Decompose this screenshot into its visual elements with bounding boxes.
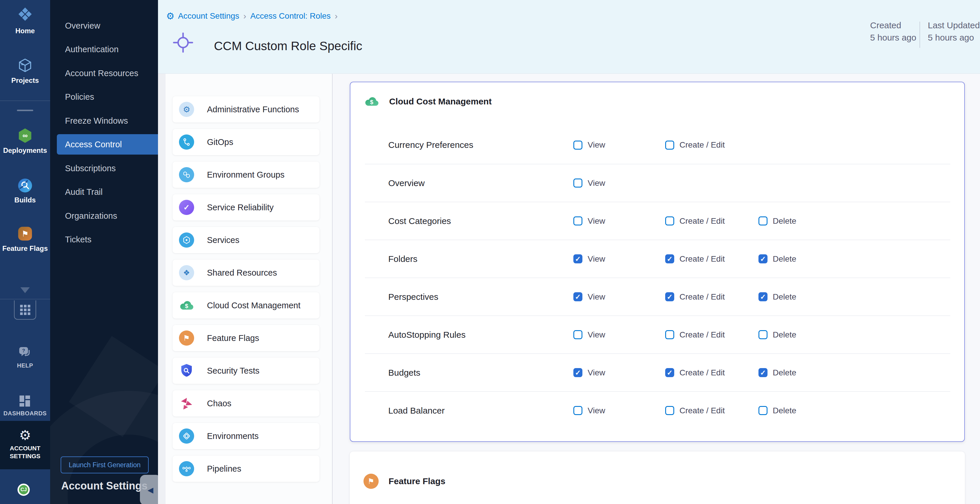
rail-divider bbox=[0, 100, 50, 101]
view-checkbox[interactable] bbox=[573, 217, 582, 225]
delete-checkbox[interactable]: ✓ bbox=[759, 292, 767, 301]
cloud-dollar-icon: $ bbox=[364, 94, 379, 109]
rail-item-projects[interactable]: Projects bbox=[0, 57, 50, 85]
resource-category-gitops[interactable]: GitOps bbox=[173, 129, 320, 155]
permissions-panel-title: Cloud Cost Management bbox=[389, 97, 492, 107]
resource-category-security-tests[interactable]: Security Tests bbox=[173, 357, 320, 384]
delete-checkbox[interactable]: ✓ bbox=[759, 368, 767, 377]
sidebar-item-freeze-windows[interactable]: Freeze Windows bbox=[50, 110, 158, 131]
permission-resource-name: Overview bbox=[388, 178, 425, 188]
sidebar-item-label: Freeze Windows bbox=[65, 116, 128, 126]
rail-item-feature-flags[interactable]: ⚑ Feature Flags bbox=[0, 226, 50, 253]
launch-first-generation-button[interactable]: Launch First Generation bbox=[60, 456, 149, 474]
permission-label: Delete bbox=[773, 292, 796, 301]
view-checkbox[interactable] bbox=[573, 140, 582, 150]
permission-label: View bbox=[588, 368, 605, 377]
permission-label: View bbox=[588, 406, 605, 415]
sidebar-item-overview[interactable]: Overview bbox=[50, 16, 158, 36]
create-edit-checkbox[interactable] bbox=[665, 406, 674, 415]
feature-flags-circle-icon: ⚑ bbox=[363, 474, 379, 489]
create-edit-checkbox[interactable] bbox=[665, 140, 674, 150]
feature-flags-panel: ⚑ Feature Flags bbox=[350, 451, 965, 504]
resource-category-feature-flags[interactable]: ⚑Feature Flags bbox=[173, 325, 320, 351]
permission-label: Create / Edit bbox=[679, 406, 725, 415]
rail-item-help[interactable]: ? HELP bbox=[0, 346, 50, 369]
sidebar-collapse-button[interactable]: ◀ bbox=[140, 475, 158, 504]
view-checkbox[interactable] bbox=[573, 330, 582, 339]
create-edit-checkbox[interactable]: ✓ bbox=[665, 292, 674, 301]
resource-category-administrative-functions[interactable]: ⚙Administrative Functions bbox=[173, 96, 320, 123]
permission-create-edit: ✓Create / Edit bbox=[665, 254, 725, 264]
resource-category-label: Services bbox=[207, 235, 239, 245]
permissions-panel-header: $ Cloud Cost Management bbox=[364, 94, 492, 109]
rail-item-deployments[interactable]: ∞ Deployments bbox=[0, 128, 50, 155]
permission-label: Create / Edit bbox=[679, 217, 725, 226]
delete-checkbox[interactable]: ✓ bbox=[759, 254, 767, 263]
module-rail: ❖ Home Projects ∞ Deployments bbox=[0, 0, 50, 504]
delete-checkbox[interactable] bbox=[759, 330, 767, 339]
sidebar-item-policies[interactable]: Policies bbox=[50, 87, 158, 107]
avatar[interactable]: CJ bbox=[18, 483, 30, 496]
view-checkbox[interactable] bbox=[573, 179, 582, 188]
breadcrumb-access-control-roles[interactable]: Access Control: Roles bbox=[250, 11, 331, 21]
permission-label: View bbox=[588, 217, 605, 226]
permission-resource-name: Budgets bbox=[388, 368, 420, 378]
resource-category-label: Security Tests bbox=[207, 366, 259, 376]
permission-row-cost-categories: Cost CategoriesViewCreate / EditDelete bbox=[365, 202, 950, 240]
delete-checkbox[interactable] bbox=[759, 217, 767, 225]
view-checkbox[interactable]: ✓ bbox=[573, 292, 582, 301]
sidebar-item-access-control[interactable]: Access Control bbox=[57, 134, 158, 155]
meta-divider bbox=[920, 22, 920, 48]
create-edit-checkbox[interactable]: ✓ bbox=[665, 368, 674, 377]
permission-resource-name: AutoStopping Rules bbox=[388, 330, 466, 340]
breadcrumb-account-settings[interactable]: Account Settings bbox=[178, 11, 239, 21]
sidebar-item-subscriptions[interactable]: Subscriptions bbox=[50, 158, 158, 179]
sidebar-item-authentication[interactable]: Authentication bbox=[50, 39, 158, 59]
create-edit-checkbox[interactable] bbox=[665, 330, 674, 339]
rail-item-dashboards[interactable]: DASHBOARDS bbox=[0, 394, 50, 417]
svg-text:?: ? bbox=[22, 348, 25, 354]
check-icon: ✓ bbox=[667, 255, 673, 263]
view-checkbox[interactable]: ✓ bbox=[573, 254, 582, 263]
chevron-down-icon[interactable] bbox=[21, 287, 30, 293]
resource-category-label: Pipelines bbox=[207, 464, 241, 474]
sidebar-item-organizations[interactable]: Organizations bbox=[50, 206, 158, 226]
permission-create-edit: Create / Edit bbox=[665, 217, 725, 226]
rail-item-home[interactable]: ❖ Home bbox=[0, 5, 50, 35]
rail-item-account-settings[interactable]: ⚙ ACCOUNT SETTINGS bbox=[0, 421, 50, 469]
sidebar-item-tickets[interactable]: Tickets bbox=[50, 229, 158, 250]
resource-category-environment-groups[interactable]: Environment Groups bbox=[173, 161, 320, 188]
permission-delete: ✓Delete bbox=[759, 292, 796, 301]
delete-checkbox[interactable] bbox=[759, 406, 767, 415]
permission-resource-name: Load Balancer bbox=[388, 406, 444, 416]
rail-item-builds[interactable]: Builds bbox=[0, 178, 50, 204]
permission-delete: ✓Delete bbox=[759, 254, 796, 264]
module-grid-button[interactable] bbox=[14, 300, 36, 320]
resource-category-label: Feature Flags bbox=[207, 333, 259, 343]
permissions-panel: $ Cloud Cost Management Currency Prefere… bbox=[350, 82, 965, 442]
create-edit-checkbox[interactable]: ✓ bbox=[665, 254, 674, 263]
permission-resource-name: Folders bbox=[388, 254, 417, 264]
resource-category-shared-resources[interactable]: ❖Shared Resources bbox=[173, 260, 320, 286]
chaos-icon bbox=[179, 396, 194, 411]
resource-category-label: Environment Groups bbox=[207, 170, 285, 180]
grid-icon bbox=[20, 305, 30, 315]
deployments-icon: ∞ bbox=[0, 128, 50, 144]
sidebar-item-audit-trail[interactable]: Audit Trail bbox=[50, 182, 158, 202]
resource-category-services[interactable]: Services bbox=[173, 227, 320, 253]
resource-category-service-reliability[interactable]: ✓Service Reliability bbox=[173, 194, 320, 220]
view-checkbox[interactable]: ✓ bbox=[573, 368, 582, 377]
create-edit-checkbox[interactable] bbox=[665, 217, 674, 225]
view-checkbox[interactable] bbox=[573, 406, 582, 415]
resource-category-cloud-cost-management[interactable]: $Cloud Cost Management bbox=[173, 292, 320, 319]
sre-icon: ✓ bbox=[179, 200, 194, 215]
resource-category-chaos[interactable]: Chaos bbox=[173, 390, 320, 416]
resource-category-pipelines[interactable]: Pipelines bbox=[173, 456, 320, 482]
check-icon: ✓ bbox=[667, 293, 673, 300]
page-header: ⚙ Account Settings › Access Control: Rol… bbox=[158, 0, 980, 74]
last-updated-meta: Last Updated 5 hours ago bbox=[928, 19, 980, 44]
permission-label: Delete bbox=[773, 368, 796, 377]
resource-category-environments[interactable]: Environments bbox=[173, 423, 320, 449]
check-icon: ✓ bbox=[575, 255, 581, 263]
sidebar-item-account-resources[interactable]: Account Resources bbox=[50, 63, 158, 83]
